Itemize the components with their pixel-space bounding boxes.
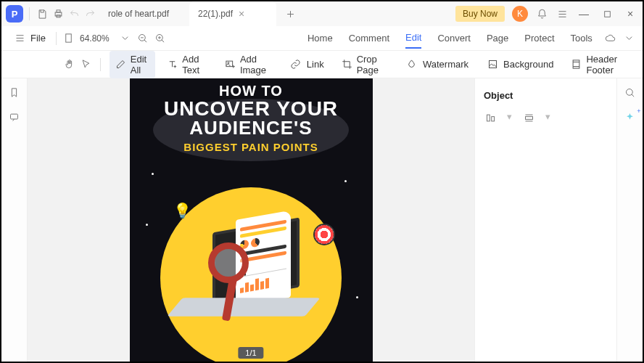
align-icon[interactable] <box>484 111 497 124</box>
add-image-button[interactable]: Add Image <box>219 51 278 78</box>
left-rail <box>1 78 28 362</box>
tab-active[interactable]: 22(1).pdf × <box>189 1 276 26</box>
add-image-icon <box>225 58 236 71</box>
tab-inactive[interactable]: role of heart.pdf <box>99 1 186 26</box>
edit-all-icon <box>115 58 126 71</box>
buy-now-button[interactable]: Buy Now <box>455 6 505 22</box>
background-button[interactable]: Background <box>480 55 559 74</box>
print-icon[interactable] <box>51 7 65 20</box>
page-counter[interactable]: 1/1 <box>238 347 263 359</box>
main-menu: Home Comment Edit Convert Page Protect T… <box>307 28 593 49</box>
edit-all-button[interactable]: Edit All <box>110 51 156 78</box>
watermark-icon <box>405 58 418 71</box>
bookmark-icon[interactable] <box>8 86 21 99</box>
app-logo[interactable]: P <box>6 5 23 23</box>
svg-rect-1 <box>57 9 60 12</box>
cloud-icon[interactable] <box>603 32 616 45</box>
zoom-in-icon[interactable] <box>154 32 167 45</box>
toolbar-label: Watermark <box>423 59 468 70</box>
pdf-page: HOW TO UNCOVER YOUR AUDIENCE'S BIGGEST P… <box>130 78 373 362</box>
comments-panel-icon[interactable] <box>8 110 21 123</box>
toolbar-label: Background <box>503 59 553 70</box>
svg-rect-12 <box>487 115 490 121</box>
svg-rect-10 <box>574 60 580 68</box>
link-button[interactable]: Link <box>284 55 330 74</box>
file-menu[interactable]: File <box>9 32 50 45</box>
hamburger-icon[interactable] <box>556 7 569 20</box>
toolbar-label: Link <box>307 59 324 70</box>
svg-rect-0 <box>55 12 62 16</box>
chevron-down-icon[interactable] <box>119 32 132 45</box>
cover-title: HOW TO UNCOVER YOUR AUDIENCE'S BIGGEST P… <box>130 83 373 153</box>
file-label: File <box>30 33 46 44</box>
object-panel: Object ▾ ▾ <box>474 78 616 362</box>
dropdown-caret[interactable]: ▾ <box>545 111 550 124</box>
menu-edit[interactable]: Edit <box>405 28 421 49</box>
toolbar-label: Header Footer <box>586 54 629 76</box>
header-footer-icon <box>571 58 582 71</box>
link-icon <box>289 58 302 71</box>
zoom-value[interactable]: 64.80% <box>80 33 115 44</box>
menu-tools[interactable]: Tools <box>571 28 593 48</box>
svg-rect-14 <box>525 116 532 119</box>
tab-label: role of heart.pdf <box>108 9 169 19</box>
save-icon[interactable] <box>36 7 49 20</box>
hand-tool-icon[interactable] <box>64 58 75 71</box>
toolbar-label: Add Text <box>182 54 207 76</box>
svg-rect-7 <box>226 61 233 67</box>
document-canvas[interactable]: HOW TO UNCOVER YOUR AUDIENCE'S BIGGEST P… <box>28 78 474 362</box>
distribute-icon[interactable] <box>522 111 535 124</box>
close-icon[interactable]: × <box>239 8 244 20</box>
menu-home[interactable]: Home <box>307 28 333 48</box>
new-tab-button[interactable] <box>284 7 297 20</box>
zoom-out-icon[interactable] <box>136 32 149 45</box>
panel-title: Object <box>484 90 608 101</box>
fit-page-icon[interactable] <box>62 32 75 45</box>
background-icon <box>486 58 499 71</box>
window-maximize[interactable] <box>599 6 615 22</box>
titlebar: P role of heart.pdf 22(1).pdf × Buy Now … <box>1 1 643 26</box>
lightbulb-icon: 💡 <box>173 202 191 219</box>
toolbar-label: Crop Page <box>357 54 388 76</box>
header-footer-button[interactable]: Header Footer <box>565 51 635 78</box>
ai-spark-icon[interactable] <box>624 110 637 123</box>
svg-rect-11 <box>11 114 18 119</box>
menu-protect[interactable]: Protect <box>524 28 554 48</box>
toolbar-label: Edit All <box>131 54 150 76</box>
window-close[interactable]: × <box>622 6 638 22</box>
svg-rect-4 <box>66 34 72 42</box>
crop-page-button[interactable]: Crop Page <box>336 51 394 78</box>
avatar[interactable]: K <box>512 6 528 22</box>
bell-icon[interactable] <box>535 7 548 20</box>
select-tool-icon[interactable] <box>80 58 91 71</box>
tab-label: 22(1).pdf <box>198 9 233 19</box>
workspace: HOW TO UNCOVER YOUR AUDIENCE'S BIGGEST P… <box>1 78 643 362</box>
chevron-down-icon[interactable] <box>622 32 635 45</box>
svg-point-15 <box>627 89 633 95</box>
laptop-illustration <box>182 225 320 327</box>
menu-comment[interactable]: Comment <box>349 28 389 48</box>
dropdown-caret[interactable]: ▾ <box>507 111 512 124</box>
redo-icon[interactable] <box>83 7 96 20</box>
crop-icon <box>342 58 352 71</box>
svg-rect-9 <box>489 61 496 68</box>
toolbar-label: Add Image <box>240 54 272 76</box>
add-text-button[interactable]: Add Text <box>161 51 213 78</box>
menu-icon <box>13 32 26 45</box>
svg-rect-13 <box>491 116 494 121</box>
menubar: File 64.80% Home Comment Edit Convert Pa… <box>1 26 643 51</box>
search-icon[interactable] <box>624 86 637 99</box>
watermark-button[interactable]: Watermark <box>400 55 474 74</box>
undo-icon[interactable] <box>67 7 80 20</box>
edit-toolbar: Edit All Add Text Add Image Link Crop Pa… <box>1 51 643 78</box>
add-text-icon <box>167 58 178 71</box>
magnifier-icon <box>208 242 249 283</box>
menu-page[interactable]: Page <box>487 28 508 48</box>
window-minimize[interactable]: — <box>576 6 592 22</box>
menu-convert[interactable]: Convert <box>437 28 471 48</box>
right-rail <box>616 78 643 362</box>
svg-rect-3 <box>604 11 610 17</box>
